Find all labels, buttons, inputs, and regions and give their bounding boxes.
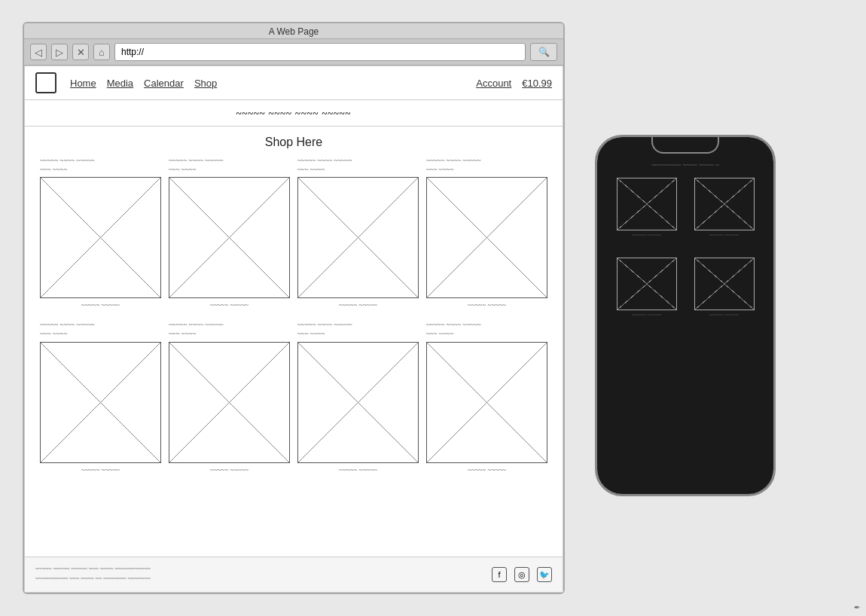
- product-image[interactable]: [40, 342, 161, 463]
- product-label-bottom: ~~~~~ ~~~~~: [169, 466, 290, 474]
- back-button[interactable]: ◁: [30, 44, 47, 60]
- product-label-top: ~~~~~ ~~~~ ~~~~~ ~~~ ~~~~: [40, 157, 161, 174]
- product-label-bottom: ~~~~~ ~~~~~: [426, 466, 547, 474]
- nav-calendar[interactable]: Calendar: [144, 78, 184, 89]
- footer-line2: ~~~~~~~~~~ ~~~ ~~~~ ~~ ~~~~~~~ ~~~~~~~: [35, 575, 151, 584]
- browser-page: Home Media Calendar Shop Account €10.99 …: [24, 66, 563, 593]
- product-label-top: ~~~~~ ~~~~ ~~~~~ ~~~ ~~~~: [297, 157, 419, 174]
- product-item: ~~~~~ ~~~~ ~~~~~ ~~~ ~~~~ ~~~~~ ~~~~~: [426, 321, 547, 473]
- product-label-bottom: ~~~~~ ~~~~~: [297, 466, 419, 474]
- nav-logo: [35, 72, 56, 93]
- banner-text: ~~~~~ ~~~~ ~~~~ ~~~~~: [236, 108, 351, 120]
- forward-icon: ▷: [56, 47, 63, 58]
- nav-links: Home Media Calendar Shop: [70, 78, 462, 89]
- phone-screen: ~~~~~~~~ ~~~~ ~~~~ ~ ~~~~~ ~~~~~ ~~~~~ ~…: [597, 137, 773, 494]
- product-item: ~~~~~ ~~~~ ~~~~~ ~~~ ~~~~ ~~~~~ ~~~~~: [426, 157, 547, 309]
- product-image[interactable]: [169, 177, 290, 298]
- close-icon: ✕: [77, 47, 85, 58]
- phone-mockup: ~~~~~~~~ ~~~~ ~~~~ ~ ~~~~~ ~~~~~ ~~~~~ ~…: [595, 135, 776, 496]
- product-image[interactable]: [426, 177, 547, 298]
- phone-notch: [651, 137, 719, 154]
- phone-product-item: ~~~~~ ~~~~~: [617, 258, 677, 318]
- browser-mockup: A Web Page ◁ ▷ ✕ ⌂ 🔍 Home Media Calendar: [23, 22, 565, 594]
- nav-home[interactable]: Home: [70, 78, 96, 89]
- search-button[interactable]: 🔍: [530, 43, 557, 61]
- page-heading: Shop Here: [25, 127, 563, 157]
- phone-product-image[interactable]: [694, 178, 755, 230]
- footer-icons: f ◎ 🐦: [492, 567, 552, 582]
- product-item: ~~~~~ ~~~~ ~~~~~ ~~~ ~~~~ ~~~~~ ~~~~~: [40, 157, 161, 309]
- product-label-bottom: ~~~~~ ~~~~~: [40, 466, 161, 474]
- forward-button[interactable]: ▷: [51, 44, 68, 60]
- facebook-icon[interactable]: f: [492, 567, 507, 582]
- product-item: ~~~~~ ~~~~ ~~~~~ ~~~ ~~~~ ~~~~~ ~~~~~: [297, 321, 419, 473]
- phone-product-image[interactable]: [617, 178, 677, 230]
- nav-shop[interactable]: Shop: [194, 78, 217, 89]
- phone-product-label: ~~~~~ ~~~~~: [694, 312, 755, 318]
- product-image[interactable]: [169, 342, 290, 463]
- product-item: ~~~~~ ~~~~ ~~~~~ ~~~ ~~~~ ~~~~~ ~~~~~: [297, 157, 419, 309]
- page-banner: ~~~~~ ~~~~ ~~~~ ~~~~~: [25, 100, 563, 127]
- close-button[interactable]: ✕: [72, 44, 89, 60]
- nav-right: Account €10.99: [476, 78, 552, 89]
- phone-header-text: ~~~~~~~~ ~~~~ ~~~~ ~: [608, 161, 763, 169]
- address-bar[interactable]: [114, 43, 526, 61]
- page-footer: ~~~~~ ~~~~~ ~~~~~ ~~~ ~~~~ ~~~~~~~~~~~ ~…: [25, 557, 563, 592]
- search-icon: 🔍: [538, 47, 550, 57]
- browser-title: A Web Page: [269, 26, 319, 37]
- footer-text: ~~~~~ ~~~~~ ~~~~~ ~~~ ~~~~ ~~~~~~~~~~~ ~…: [35, 565, 151, 584]
- phone-product-label: ~~~~~ ~~~~~: [617, 312, 677, 318]
- nav-media[interactable]: Media: [107, 78, 133, 89]
- product-image[interactable]: [297, 342, 419, 463]
- product-item: ~~~~~ ~~~~ ~~~~~ ~~~ ~~~~ ~~~~~ ~~~~~: [40, 321, 161, 473]
- product-label-bottom: ~~~~~ ~~~~~: [40, 301, 161, 309]
- nav-price[interactable]: €10.99: [522, 78, 552, 89]
- phone-product-image[interactable]: [617, 258, 677, 310]
- product-label-top: ~~~~~ ~~~~ ~~~~~ ~~~ ~~~~: [169, 321, 290, 338]
- product-grid-row1: ~~~~~ ~~~~ ~~~~~ ~~~ ~~~~ ~~~~~ ~~~~~ ~~…: [25, 157, 563, 316]
- phone-product-image[interactable]: [694, 258, 755, 310]
- nav-account[interactable]: Account: [476, 78, 511, 89]
- phone-product-item: ~~~~~ ~~~~~: [694, 258, 755, 318]
- product-item: ~~~~~ ~~~~ ~~~~~ ~~~ ~~~~ ~~~~~ ~~~~~: [169, 157, 290, 309]
- product-label-bottom: ~~~~~ ~~~~~: [169, 301, 290, 309]
- instagram-icon[interactable]: ◎: [514, 567, 529, 582]
- product-label-top: ~~~~~ ~~~~ ~~~~~ ~~~ ~~~~: [426, 321, 547, 338]
- browser-title-bar: A Web Page: [24, 23, 563, 38]
- phone-product-label: ~~~~~ ~~~~~: [617, 232, 677, 238]
- home-button[interactable]: ⌂: [93, 44, 110, 60]
- browser-controls: ◁ ▷ ✕ ⌂ 🔍: [24, 38, 563, 66]
- phone-product-item: ~~~~~ ~~~~~: [617, 178, 677, 238]
- footer-line1: ~~~~~ ~~~~~ ~~~~~ ~~~ ~~~~ ~~~~~~~~~~~: [35, 565, 151, 575]
- product-image[interactable]: [40, 177, 161, 298]
- phone-product-label: ~~~~~ ~~~~~: [694, 232, 755, 238]
- product-item: ~~~~~ ~~~~ ~~~~~ ~~~ ~~~~ ~~~~~ ~~~~~: [169, 321, 290, 473]
- product-label-top: ~~~~~ ~~~~ ~~~~~ ~~~ ~~~~: [40, 321, 161, 338]
- product-label-top: ~~~~~ ~~~~ ~~~~~ ~~~ ~~~~: [426, 157, 547, 174]
- back-icon: ◁: [35, 47, 42, 58]
- twitter-icon[interactable]: 🐦: [537, 567, 552, 582]
- product-label-bottom: ~~~~~ ~~~~~: [297, 301, 419, 309]
- product-label-bottom: ~~~~~ ~~~~~: [426, 301, 547, 309]
- product-label-top: ~~~~~ ~~~~ ~~~~~ ~~~ ~~~~: [297, 321, 419, 338]
- product-image[interactable]: [426, 342, 547, 463]
- home-icon: ⌂: [99, 47, 105, 58]
- product-image[interactable]: [297, 177, 419, 298]
- product-grid-row2: ~~~~~ ~~~~ ~~~~~ ~~~ ~~~~ ~~~~~ ~~~~~ ~~…: [25, 321, 563, 480]
- page-nav: Home Media Calendar Shop Account €10.99: [25, 66, 563, 100]
- phone-product-row2: ~~~~~ ~~~~~ ~~~~~ ~~~~~: [608, 258, 763, 318]
- phone-product-item: ~~~~~ ~~~~~: [694, 178, 755, 238]
- phone-product-row1: ~~~~~ ~~~~~ ~~~~~ ~~~~~: [608, 178, 763, 238]
- product-label-top: ~~~~~ ~~~~ ~~~~~ ~~~ ~~~~: [169, 157, 290, 174]
